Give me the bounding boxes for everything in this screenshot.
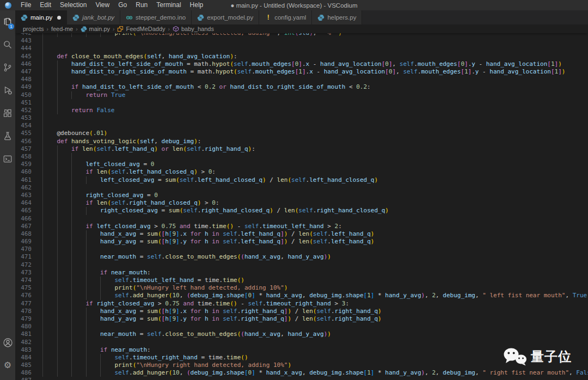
code-line: 476 self.add_hunger(10, (debug_img.shape… — [15, 292, 588, 299]
tab-config-yaml[interactable]: !config.yaml — [259, 10, 312, 24]
extensions-icon — [3, 108, 13, 118]
tab-label: stepper_demo.ino — [136, 14, 186, 21]
code-line: 486 self.add_hunger(10, (debug_img.shape… — [15, 369, 588, 377]
line-number: 459 — [15, 161, 42, 168]
code-line: 461 left_closed_avg = sum(self.left_hand… — [15, 176, 588, 184]
activitybar-item-console[interactable] — [0, 148, 15, 170]
activitybar-item-settings[interactable]: ⚙ — [0, 354, 15, 377]
activitybar-item-explorer[interactable]: 1 — [0, 10, 15, 33]
tab-main-py[interactable]: main.py — [15, 10, 67, 24]
source-control-icon — [3, 63, 13, 72]
line-number: 472 — [15, 261, 42, 269]
menu-terminal[interactable]: Terminal — [152, 0, 185, 10]
code-line-content: if len(self.right_hand_closed_q) > 0: — [42, 199, 219, 207]
vscodium-window: FileEditSelectionViewGoRunTerminalHelp ●… — [0, 0, 588, 380]
code-line-content: self.add_hunger(10, (debug_img.shape[0] … — [42, 369, 588, 377]
line-number: 447 — [15, 68, 42, 76]
breadcrumb-item-baby_hands[interactable]: baby_hands — [173, 26, 214, 32]
menu-run[interactable]: Run — [131, 0, 152, 10]
tab-jank-bot-py[interactable]: jank_bot.py — [67, 10, 120, 24]
code-line: 469 hand_y_avg = sum([h[9].y for h in se… — [15, 238, 588, 246]
breadcrumb-separator: › — [168, 26, 170, 32]
line-number: 450 — [15, 91, 42, 99]
line-number: 457 — [15, 145, 42, 153]
code-line-content: hand_y_avg = sum([h[9].y for h in self.l… — [42, 238, 374, 246]
code-line: 480 — [15, 323, 588, 330]
code-line: 459 left_closed_avg = 0 — [15, 161, 588, 168]
activitybar-item-search[interactable] — [0, 33, 15, 56]
code-line: 448 — [15, 76, 588, 83]
activitybar-item-account[interactable] — [0, 331, 15, 354]
watermark: 量子位 — [503, 347, 572, 366]
code-line-content: left_closed_avg = 0 — [42, 161, 154, 168]
code-line-content: def close_to_mouth_edges(self, hand_avg_… — [42, 53, 237, 60]
activitybar-item-extensions[interactable] — [0, 102, 15, 125]
menu-view[interactable]: View — [91, 0, 114, 10]
breadcrumb-label: baby_hands — [181, 26, 214, 32]
line-number: 486 — [15, 369, 42, 377]
menu-selection[interactable]: Selection — [56, 0, 91, 10]
line-number: 473 — [15, 269, 42, 277]
tab-stepper-demo-ino[interactable]: stepper_demo.ino — [120, 10, 192, 24]
code-editor[interactable]: 442 print("\nRooting/alertness detected,… — [15, 33, 588, 380]
code-line: 464 if len(self.right_hand_closed_q) > 0… — [15, 199, 588, 207]
tab-label: config.yaml — [274, 14, 306, 21]
line-number: 469 — [15, 238, 42, 246]
code-line: 472 — [15, 261, 588, 269]
code-line: 481 near_mouth = self.close_to_mouth_edg… — [15, 330, 588, 338]
tab-export-model-py[interactable]: export_model.py — [192, 10, 259, 24]
menu-edit[interactable]: Edit — [35, 0, 56, 10]
menu-file[interactable]: File — [16, 0, 35, 10]
method-symbol-icon — [173, 26, 179, 32]
activitybar-item-source-control[interactable] — [0, 56, 15, 79]
wechat-icon — [503, 347, 528, 366]
line-number: 479 — [15, 315, 42, 323]
line-number: 482 — [15, 339, 42, 346]
code-line: 463 right_closed_avg = 0 — [15, 192, 588, 199]
code-line-content: return True — [42, 91, 125, 99]
breadcrumb-item-feed-me[interactable]: feed-me — [51, 26, 73, 32]
code-line: 450 return True — [15, 91, 588, 99]
menu-help[interactable]: Help — [186, 0, 208, 10]
breadcrumb-item-projects[interactable]: projects — [23, 26, 44, 32]
menu-go[interactable]: Go — [114, 0, 131, 10]
code-line-content: hand_x_avg = sum([h[9].x for h in self.r… — [42, 308, 382, 315]
code-line: 449 if hand_dist_to_left_side_of_mouth <… — [15, 83, 588, 91]
code-line-content: print("\nRooting/alertness detected, add… — [42, 33, 342, 37]
code-line-content — [42, 76, 71, 83]
activitybar-item-testing[interactable] — [0, 125, 15, 148]
breadcrumb: projects›feed-me›main.py›FeedMeDaddy›bab… — [15, 24, 588, 33]
python-icon — [197, 14, 204, 21]
line-number: 448 — [15, 76, 42, 83]
line-number: 476 — [15, 292, 42, 299]
code-line-content: right_closed_avg = sum(self.right_hand_c… — [42, 207, 389, 214]
line-number: 455 — [15, 130, 42, 137]
code-line-content: hand_x_avg = sum([h[9].x for h in self.l… — [42, 230, 374, 238]
code-line: 455 @debounce(.01) — [15, 130, 588, 137]
activitybar-item-run-debug[interactable] — [0, 79, 15, 102]
search-icon — [3, 40, 13, 50]
watermark-text: 量子位 — [531, 348, 572, 365]
breadcrumb-label: FeedMeDaddy — [126, 26, 165, 32]
line-number: 465 — [15, 207, 42, 214]
python-icon — [81, 26, 87, 33]
tab-helpers-py[interactable]: helpers.py — [312, 10, 362, 24]
code-line-content: if hand_dist_to_left_side_of_mouth < 0.2… — [42, 83, 371, 91]
unsaved-changes-dot[interactable] — [57, 16, 61, 20]
code-line: 467 if left_closed_avg > 0.75 and time.t… — [15, 223, 588, 230]
code-line: 475 print("\nHungry left hand detected, … — [15, 284, 588, 292]
tab-label: main.py — [30, 14, 52, 21]
code-line: 457 if len(self.left_hand_q) or len(self… — [15, 145, 588, 153]
breadcrumb-item-feedmedaddy[interactable]: FeedMeDaddy — [117, 26, 165, 32]
code-line: 446 hand_dist_to_left_side_of_mouth = ma… — [15, 60, 588, 68]
code-line-content: right_closed_avg = 0 — [42, 192, 158, 199]
code-line-content — [42, 45, 57, 52]
code-line-content: self.add_hunger(10, (debug_img.shape[0] … — [42, 292, 588, 299]
code-line-content: hand_dist_to_left_side_of_mouth = math.h… — [42, 60, 562, 68]
line-number: 487 — [15, 377, 42, 380]
breadcrumb-item-main.py[interactable]: main.py — [81, 26, 111, 32]
window-title: ● main.py - Untitled (Workspace) - VSCod… — [231, 2, 358, 9]
line-number: 452 — [15, 107, 42, 114]
code-line-content: print("\nHungry right hand detected, add… — [42, 361, 291, 369]
line-number: 478 — [15, 308, 42, 315]
